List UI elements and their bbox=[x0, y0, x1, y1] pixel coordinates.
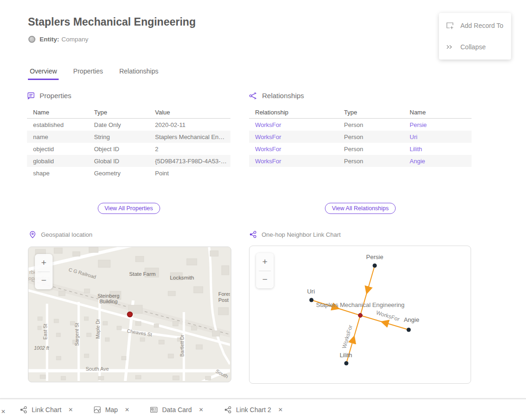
zoom-in-button[interactable]: + bbox=[35, 254, 53, 272]
column-header: Type bbox=[344, 109, 410, 116]
column-header: Type bbox=[94, 109, 155, 116]
table-row: WorksForPersonLilith bbox=[249, 143, 472, 155]
bottom-tab-map[interactable]: Map✕ bbox=[94, 406, 129, 413]
cell-link[interactable]: WorksFor bbox=[255, 146, 344, 153]
bottom-tab-label: Link Chart 2 bbox=[236, 406, 271, 413]
tab-relationships[interactable]: Relationships bbox=[117, 67, 160, 80]
view-all-relationships-button[interactable]: View All Relationships bbox=[325, 203, 396, 214]
relationships-section: Relationships RelationshipTypeName Works… bbox=[249, 92, 472, 167]
relationships-table-header: RelationshipTypeName bbox=[249, 106, 472, 119]
relationships-table-body: WorksForPersonPersieWorksForPersonUriWor… bbox=[249, 119, 472, 167]
map-label: Building bbox=[99, 299, 117, 304]
link-chart-title: One-hop Neighbor Link Chart bbox=[262, 231, 341, 238]
map-label: Maple Dr bbox=[95, 319, 101, 339]
relationships-icon bbox=[249, 92, 257, 100]
collapse-icon bbox=[445, 43, 455, 51]
map-label: East St bbox=[42, 324, 48, 340]
cell-link[interactable]: Angie bbox=[410, 158, 472, 165]
cell: String bbox=[94, 133, 155, 140]
chart-zoom-control: + − bbox=[256, 253, 274, 288]
bottom-tab-link-chart-2[interactable]: Link Chart 2✕ bbox=[224, 406, 283, 413]
menu-item-label: Add Record To bbox=[460, 22, 503, 29]
page-title: Staplers Mechanical Engineering bbox=[28, 16, 196, 28]
graph-node-persie[interactable] bbox=[373, 264, 377, 268]
map-label: Bartlett Dr bbox=[179, 334, 185, 357]
link-chart-icon bbox=[20, 406, 27, 413]
table-row: WorksForPersonUri bbox=[249, 131, 472, 143]
link-chart-canvas[interactable]: WorksForWorksForPersieUriAngieLilithStap… bbox=[250, 246, 470, 382]
cell: Person bbox=[344, 146, 410, 153]
map-label: Steinberg bbox=[97, 293, 119, 299]
graph-center-label: Staplers Mechanical Engineering bbox=[316, 301, 405, 308]
zoom-in-button[interactable]: + bbox=[256, 253, 274, 271]
cell-link[interactable]: WorksFor bbox=[255, 133, 344, 140]
graph-node-center[interactable] bbox=[358, 313, 363, 318]
properties-section-title: Properties bbox=[40, 92, 71, 100]
link-chart-icon bbox=[224, 406, 232, 413]
graph-node-label: Angie bbox=[404, 316, 419, 323]
cell: name bbox=[33, 133, 94, 140]
graph-node-label: Persie bbox=[366, 253, 384, 260]
column-header: Name bbox=[33, 109, 94, 116]
zoom-out-button[interactable]: − bbox=[35, 272, 53, 290]
entity-type-value: Company bbox=[61, 36, 88, 43]
link-chart-icon bbox=[249, 231, 257, 238]
tab-overview[interactable]: Overview bbox=[28, 67, 59, 80]
data-card-icon bbox=[150, 406, 158, 413]
column-header: Value bbox=[155, 109, 230, 116]
link-chart-header: One-hop Neighbor Link Chart bbox=[249, 231, 341, 238]
cell: Geometry bbox=[94, 170, 155, 177]
graph-node-angie[interactable] bbox=[407, 328, 411, 332]
table-row: WorksForPersonPersie bbox=[249, 119, 472, 131]
cell: objectid bbox=[33, 146, 94, 153]
cell: Global ID bbox=[94, 158, 155, 165]
map-point-marker[interactable] bbox=[128, 312, 133, 317]
cell: Person bbox=[344, 121, 410, 128]
close-icon[interactable]: ✕ bbox=[122, 407, 129, 413]
entity-type-dot-icon bbox=[28, 36, 35, 43]
graph-node-label: Uri bbox=[307, 288, 315, 295]
map-card: rbouropaedicsC G RailroadState FarmLocks… bbox=[28, 247, 231, 382]
geospatial-title: Geospatial location bbox=[41, 231, 93, 238]
close-icon[interactable]: ✕ bbox=[276, 407, 283, 413]
menu-item-add-record-to[interactable]: Add Record To bbox=[439, 15, 511, 36]
close-icon[interactable]: ✕ bbox=[66, 407, 73, 413]
map-icon bbox=[94, 406, 101, 413]
entity-label: Entity: bbox=[40, 36, 59, 43]
pin-icon bbox=[29, 231, 36, 239]
zoom-out-button[interactable]: − bbox=[256, 271, 274, 289]
graph-node-lilith[interactable] bbox=[344, 361, 349, 366]
bottom-tab-bar: Link Chart✕Map✕Data Card✕Link Chart 2✕ bbox=[0, 399, 526, 420]
entity-row: Entity: Company bbox=[28, 36, 88, 43]
close-icon[interactable]: ✕ bbox=[196, 407, 203, 413]
cell-link[interactable]: Persie bbox=[410, 121, 472, 128]
cell-link[interactable]: Uri bbox=[410, 133, 472, 140]
cell-link[interactable]: WorksFor bbox=[255, 158, 344, 165]
add-record-icon bbox=[445, 21, 455, 30]
properties-table: NameTypeValue establishedDate Only2020-0… bbox=[27, 106, 230, 179]
menu-item-collapse[interactable]: Collapse bbox=[439, 36, 511, 58]
tab-properties[interactable]: Properties bbox=[71, 67, 105, 80]
table-row: nameStringStaplers Mechanical Eng… bbox=[27, 131, 230, 143]
close-icon[interactable]: ✕ bbox=[1, 408, 6, 415]
view-all-properties-button[interactable]: View All Properties bbox=[98, 203, 160, 214]
map-label: State Farm bbox=[129, 271, 156, 277]
bottom-tab-data-card[interactable]: Data Card✕ bbox=[150, 406, 203, 413]
cell: Object ID bbox=[94, 146, 155, 153]
map-label: 1002 ft bbox=[34, 345, 49, 351]
cell-link[interactable]: WorksFor bbox=[255, 121, 344, 128]
cell-link[interactable]: Lilith bbox=[410, 146, 472, 153]
cell: {5D9B4713-F98D-4A53-… bbox=[155, 158, 230, 165]
cell: globalid bbox=[33, 158, 94, 165]
map-canvas[interactable]: rbouropaedicsC G RailroadState FarmLocks… bbox=[28, 247, 230, 381]
bottom-tab-label: Data Card bbox=[162, 406, 192, 413]
link-chart-card: WorksForWorksForPersieUriAngieLilithStap… bbox=[249, 246, 471, 384]
graph-node-uri[interactable] bbox=[310, 298, 314, 302]
relationships-section-title: Relationships bbox=[262, 92, 304, 100]
table-row: shapeGeometryPoint bbox=[27, 167, 230, 179]
cell: Staplers Mechanical Eng… bbox=[155, 133, 230, 140]
bottom-tab-link-chart[interactable]: Link Chart✕ bbox=[20, 406, 73, 413]
cell: Point bbox=[155, 170, 230, 177]
properties-table-body: establishedDate Only2020-02-11nameString… bbox=[27, 119, 230, 179]
cell: shape bbox=[33, 170, 94, 177]
